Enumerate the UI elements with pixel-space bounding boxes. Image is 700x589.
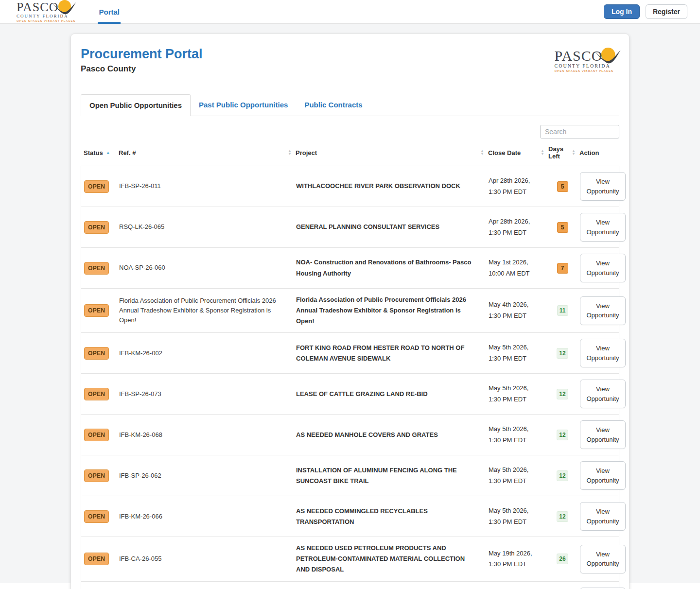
- column-header-ref[interactable]: Ref. # ▲▼: [119, 149, 292, 156]
- register-button[interactable]: Register: [646, 4, 687, 19]
- view-opportunity-button[interactable]: View Opportunity: [580, 380, 626, 408]
- days-left-badge: 12: [557, 389, 568, 399]
- days-left-cell: 26: [549, 554, 576, 564]
- card-logo: PASCO COUNTY FLORIDA OPEN SPACES VIBRANT…: [555, 49, 613, 72]
- days-left-badge: 7: [557, 263, 568, 274]
- tab-bar: Open Public Opportunities Past Public Op…: [81, 94, 619, 116]
- ref-number: IFB-KM-26-068: [119, 430, 292, 440]
- view-opportunity-button[interactable]: View Opportunity: [580, 254, 626, 282]
- table-row: OPEN IFB-KM-26-068 AS NEEDED MANHOLE COV…: [81, 414, 619, 455]
- view-opportunity-button[interactable]: View Opportunity: [580, 588, 626, 589]
- view-opportunity-button[interactable]: View Opportunity: [580, 172, 626, 201]
- table-row: OPEN IFB-KM-26-066 AS NEEDED COMMINGLED …: [81, 496, 619, 537]
- close-date-date: May 5th 2026,: [489, 342, 545, 353]
- close-date-time: 1:30 PM EDT: [489, 187, 545, 198]
- close-date-date: May 5th 2026,: [489, 465, 545, 476]
- page-title: Procurement Portal: [81, 47, 203, 62]
- status-cell: OPEN: [84, 304, 115, 317]
- table-header: Status ▲ Ref. # ▲▼ Project ▲▼ Close Date…: [81, 139, 619, 166]
- days-left-badge: 11: [557, 305, 568, 316]
- action-cell: View Opportunity: [580, 588, 629, 589]
- nav-portal[interactable]: Portal: [99, 0, 120, 24]
- brand-subname: COUNTY FLORIDA: [555, 64, 613, 69]
- card-header: Procurement Portal Pasco County PASCO CO…: [81, 47, 619, 74]
- view-opportunity-button[interactable]: View Opportunity: [580, 339, 626, 367]
- days-left-cell: 11: [549, 305, 576, 316]
- action-cell: View Opportunity: [580, 213, 629, 242]
- close-date: May 5th 2026, 1:30 PM EDT: [489, 505, 545, 528]
- portal-card: Procurement Portal Pasco County PASCO CO…: [70, 34, 630, 589]
- days-left-badge: 12: [557, 470, 568, 481]
- action-cell: View Opportunity: [580, 172, 629, 201]
- ref-number: IFB-KM-26-066: [119, 512, 292, 521]
- project-name: INSTALLATION OF ALUMINUM FENCING ALONG T…: [296, 465, 485, 486]
- table-row: OPEN IFB-CA-26-055 AS NEEDED USED PETROL…: [81, 537, 619, 581]
- view-opportunity-button[interactable]: View Opportunity: [580, 420, 626, 449]
- column-header-project[interactable]: Project ▲▼: [296, 149, 484, 156]
- days-left-cell: 12: [549, 348, 576, 359]
- table-row: OPEN IFB-SP-26-073 LEASE OF CATTLE GRAZI…: [81, 373, 619, 414]
- sort-icon: ▲▼: [288, 150, 292, 156]
- close-date-date: May 4th 2026,: [489, 299, 545, 311]
- status-badge: OPEN: [84, 510, 109, 523]
- close-date-time: 1:30 PM EDT: [489, 435, 545, 446]
- ref-number: IFB-SP-26-073: [119, 389, 292, 399]
- days-left-badge: 12: [557, 430, 568, 440]
- days-left-badge: 5: [557, 222, 568, 233]
- ref-number: RSQ-LK-26-065: [119, 222, 292, 232]
- search-input[interactable]: [540, 125, 619, 139]
- top-header: PASCO COUNTY FLORIDA OPEN SPACES VIBRANT…: [0, 0, 700, 24]
- close-date-date: Apr 28th 2026,: [489, 216, 545, 227]
- column-header-close-date[interactable]: Close Date ▲▼: [488, 149, 544, 156]
- page-background: Procurement Portal Pasco County PASCO CO…: [0, 24, 700, 583]
- project-name: LEASE OF CATTLE GRAZING LAND RE-BID: [296, 389, 485, 399]
- tab-past-public-opportunities[interactable]: Past Public Opportunities: [191, 94, 296, 116]
- days-left-badge: 5: [557, 181, 568, 192]
- close-date-date: Apr 28th 2026,: [489, 175, 545, 187]
- tab-public-contracts[interactable]: Public Contracts: [296, 94, 370, 116]
- page-subtitle: Pasco County: [81, 64, 203, 74]
- header-logo[interactable]: PASCO COUNTY FLORIDA OPEN SPACES VIBRANT…: [17, 1, 75, 22]
- action-cell: View Opportunity: [580, 339, 629, 367]
- column-header-days-left[interactable]: Days Left ▲▼: [548, 145, 576, 160]
- close-date-time: 1:30 PM EDT: [489, 517, 545, 528]
- days-left-cell: 12: [549, 389, 576, 399]
- close-date-time: 1:30 PM EDT: [489, 311, 545, 322]
- column-header-status[interactable]: Status ▲: [84, 149, 115, 156]
- sort-ascending-icon: ▲: [106, 151, 110, 155]
- log-in-button[interactable]: Log In: [604, 4, 640, 19]
- project-name: AS NEEDED USED PETROLEUM PRODUCTS AND PE…: [296, 543, 485, 575]
- status-cell: OPEN: [84, 553, 115, 565]
- tab-open-public-opportunities[interactable]: Open Public Opportunities: [81, 94, 191, 116]
- ref-number: NOA-SP-26-060: [119, 263, 292, 273]
- status-cell: OPEN: [84, 347, 115, 360]
- table-row: OPEN IFB-KM-26-002 FORT KING ROAD FROM H…: [81, 332, 619, 373]
- table-row: OPEN Florida Association of Public Procu…: [81, 288, 619, 332]
- view-opportunity-button[interactable]: View Opportunity: [580, 296, 626, 325]
- status-cell: OPEN: [84, 180, 115, 193]
- table-row: OPEN RSQ-LK-26-065 GENERAL PLANNING CONS…: [81, 207, 619, 247]
- brand-tagline: OPEN SPACES VIBRANT PLACES: [555, 69, 613, 72]
- nav-portal-label: Portal: [99, 8, 120, 16]
- ref-number: IFB-CA-26-055: [119, 554, 292, 564]
- days-left-badge: 26: [557, 554, 568, 564]
- brand-name: PASCO: [17, 1, 75, 14]
- status-badge: OPEN: [84, 347, 109, 360]
- days-left-cell: 12: [549, 430, 576, 440]
- days-left-cell: 5: [549, 181, 576, 192]
- view-opportunity-button[interactable]: View Opportunity: [580, 213, 626, 242]
- view-opportunity-button[interactable]: View Opportunity: [580, 461, 626, 490]
- close-date: May 5th 2026, 1:30 PM EDT: [489, 383, 545, 405]
- view-opportunity-button[interactable]: View Opportunity: [580, 545, 626, 573]
- sort-icon: ▲▼: [572, 150, 576, 156]
- action-cell: View Opportunity: [580, 420, 629, 449]
- ref-number: IFB-KM-26-002: [119, 348, 292, 358]
- close-date-date: May 5th 2026,: [489, 383, 545, 394]
- table-row: OPEN IFB-KM-26-008 MOON LAKE ADA ACCESSI…: [81, 581, 619, 589]
- status-badge: OPEN: [84, 180, 109, 193]
- close-date: Apr 28th 2026, 1:30 PM EDT: [489, 175, 545, 198]
- days-left-cell: 12: [549, 470, 576, 481]
- table-body: OPEN IFB-SP-26-011 WITHLACOOCHEE RIVER P…: [81, 166, 619, 589]
- close-date-time: 10:00 AM EDT: [489, 268, 545, 279]
- view-opportunity-button[interactable]: View Opportunity: [580, 502, 626, 531]
